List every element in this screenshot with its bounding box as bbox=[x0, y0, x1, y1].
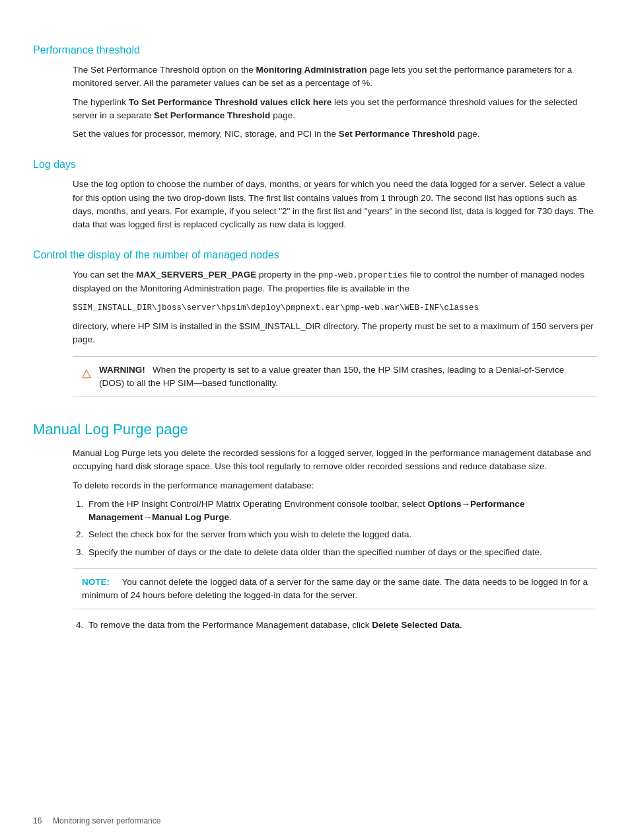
warning-box: △ WARNING! When the property is set to a… bbox=[73, 356, 597, 398]
log-days-content: Use the log option to choose the number … bbox=[33, 178, 597, 231]
mlp-steps-list: From the HP Insight Control/HP Matrix Op… bbox=[73, 498, 597, 559]
log-days-para1: Use the log option to choose the number … bbox=[73, 178, 597, 231]
log-days-heading: Log days bbox=[33, 157, 597, 172]
perf-para2: The hyperlink To Set Performance Thresho… bbox=[73, 96, 597, 123]
control-para3: directory, where HP SIM is installed in … bbox=[73, 320, 597, 347]
control-display-heading: Control the display of the number of man… bbox=[33, 247, 597, 263]
mlp-step1: From the HP Insight Control/HP Matrix Op… bbox=[86, 498, 597, 525]
manual-log-purge-content: Manual Log Purge lets you delete the rec… bbox=[33, 447, 597, 632]
mlp-step2: Select the check box for the server from… bbox=[86, 528, 597, 541]
mlp-step4-list: To remove the data from the Performance … bbox=[73, 619, 597, 632]
perf-para3: Set the values for processor, memory, NI… bbox=[73, 128, 597, 141]
mlp-para1: Manual Log Purge lets you delete the rec… bbox=[73, 447, 597, 474]
control-para1: You can set the MAX_SERVERS_PER_PAGE pro… bbox=[73, 268, 597, 295]
mlp-para2: To delete records in the performance man… bbox=[73, 479, 597, 492]
mlp-step3: Specify the number of days or the date t… bbox=[86, 546, 597, 559]
note-box: NOTE: You cannot delete the logged data … bbox=[73, 568, 597, 610]
control-display-content: You can set the MAX_SERVERS_PER_PAGE pro… bbox=[33, 268, 597, 397]
note-label: NOTE: bbox=[82, 577, 110, 587]
warning-text: WARNING! When the property is set to a v… bbox=[99, 363, 588, 391]
performance-threshold-heading: Performance threshold bbox=[33, 42, 597, 58]
perf-para1: The Set Performance Threshold option on … bbox=[73, 63, 597, 91]
performance-threshold-content: The Set Performance Threshold option on … bbox=[33, 63, 597, 141]
manual-log-purge-heading: Manual Log Purge page bbox=[33, 418, 597, 440]
control-para2-mono: $SIM_INSTALL_DIR\jboss\server\hpsim\depl… bbox=[73, 301, 597, 315]
warning-icon: △ bbox=[82, 364, 91, 382]
note-text: You cannot delete the logged data of a s… bbox=[82, 577, 588, 600]
mlp-step4: To remove the data from the Performance … bbox=[86, 619, 597, 632]
